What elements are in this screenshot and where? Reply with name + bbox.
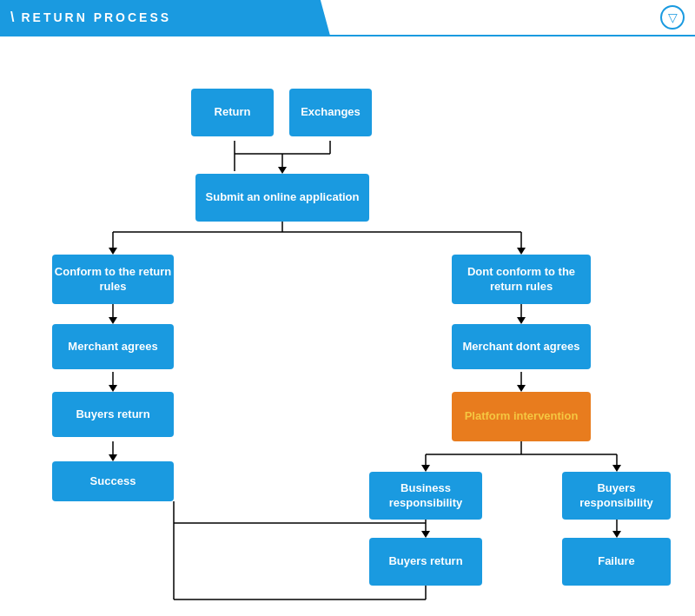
svg-marker-28 <box>612 465 621 472</box>
svg-marker-32 <box>612 531 621 538</box>
diagram-area: Return Exchanges Submit an online applic… <box>0 36 695 616</box>
svg-marker-22 <box>517 385 526 392</box>
success-box: Success <box>52 461 174 501</box>
merchant-agrees-box: Merchant agrees <box>52 324 174 369</box>
header-bar: \ RETURN PROCESS ▽ <box>0 0 695 36</box>
merchant-dont-box: Merchant dont agrees <box>452 324 591 369</box>
header-backslash: \ <box>10 10 14 25</box>
failure-box: Failure <box>562 538 671 586</box>
svg-marker-16 <box>109 454 117 461</box>
conform-box: Conform to the return rules <box>52 255 174 304</box>
return-box: Return <box>191 89 274 136</box>
svg-marker-30 <box>421 531 430 538</box>
filter-icon[interactable]: ▽ <box>660 5 685 30</box>
buyers-return-left-box: Buyers return <box>52 392 174 437</box>
svg-marker-8 <box>109 248 117 255</box>
svg-marker-4 <box>278 167 287 174</box>
buyers-resp-box: Buyers responsibility <box>562 472 671 520</box>
svg-marker-12 <box>109 317 117 324</box>
svg-marker-10 <box>517 248 526 255</box>
svg-marker-26 <box>421 465 430 472</box>
header-right-area: ▽ <box>330 5 695 30</box>
header-title-block: \ RETURN PROCESS <box>0 0 330 36</box>
header-title: RETURN PROCESS <box>21 10 171 24</box>
dont-conform-box: Dont conform to the return rules <box>452 255 591 304</box>
svg-marker-20 <box>517 317 526 324</box>
exchanges-box: Exchanges <box>289 89 372 136</box>
platform-box: Platform intervention <box>452 392 591 441</box>
business-resp-box: Business responsibility <box>369 472 482 520</box>
buyers-return-right-box: Buyers return <box>369 538 482 586</box>
submit-box: Submit an online application <box>195 174 369 222</box>
svg-marker-14 <box>109 385 117 392</box>
